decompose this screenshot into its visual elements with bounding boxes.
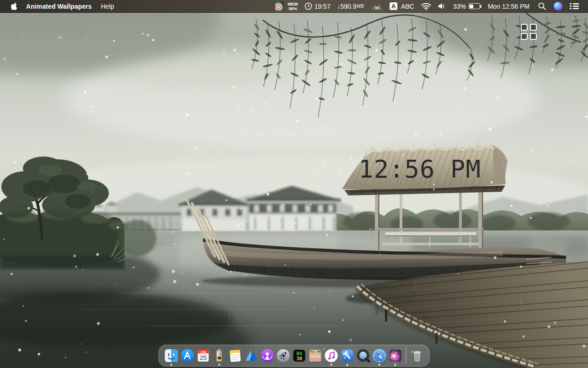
dock-battery-widget[interactable]	[211, 346, 227, 365]
clock-icon	[305, 2, 312, 10]
wifi-icon	[421, 3, 431, 10]
list-icon	[570, 3, 579, 10]
status-notification-center[interactable]	[570, 3, 579, 10]
siri-icon	[554, 2, 562, 11]
podcasts-icon	[259, 348, 275, 363]
rocket-icon	[275, 348, 291, 363]
battery-icon	[469, 3, 480, 9]
search-icon	[538, 2, 546, 10]
dock-trash[interactable]	[409, 346, 425, 365]
svg-text:25: 25	[199, 354, 206, 361]
svg-text:30: 30	[296, 356, 302, 361]
status-wifi[interactable]	[421, 3, 431, 10]
music-icon	[323, 348, 339, 363]
animated-wallpapers-menu-icon	[275, 2, 284, 11]
svg-text:Stickers: Stickers	[310, 354, 320, 357]
speaker-icon	[438, 3, 446, 10]
dock-date-widget[interactable]: 04 30	[291, 346, 307, 365]
dock-safari[interactable]	[371, 346, 387, 365]
dock-stickers[interactable]: Stickers	[307, 346, 323, 365]
running-indicator	[378, 364, 380, 366]
status-volume[interactable]	[438, 3, 446, 10]
running-indicator	[346, 364, 348, 366]
apple-menu[interactable]	[11, 2, 18, 10]
status-mountain[interactable]: M	[371, 2, 383, 11]
stickers-icon: Stickers	[307, 348, 323, 363]
running-indicator	[394, 364, 396, 366]
dock: JAN 25	[159, 345, 430, 367]
dock-animated-wallpapers[interactable]	[387, 346, 403, 365]
status-clock[interactable]: Mon 12:56 PM	[488, 3, 529, 10]
dock-finder[interactable]	[163, 346, 179, 365]
status-uptime[interactable]: 19:57	[305, 2, 330, 10]
wallpaper-scene	[0, 0, 588, 368]
grid-cell	[521, 24, 528, 31]
status-app-sparkle[interactable]	[275, 2, 284, 11]
dock-xcode[interactable]	[339, 346, 355, 365]
grid-cell	[530, 33, 537, 40]
svg-text:M: M	[375, 5, 379, 10]
active-app-menu[interactable]: Animated Wallpapers	[26, 3, 92, 10]
dock-app-store[interactable]	[179, 346, 195, 365]
xcode-icon	[339, 348, 355, 363]
dock-quicktime[interactable]	[355, 346, 371, 365]
svg-text:JAN: JAN	[200, 351, 206, 353]
date-widget-icon: 04 30	[291, 348, 307, 363]
finder-icon	[163, 348, 179, 363]
input-key-badge: A	[390, 2, 397, 10]
status-input-method[interactable]: A ABC	[390, 2, 414, 10]
status-memory[interactable]: MEM 36%	[288, 2, 298, 11]
dock-rocket-launcher[interactable]	[275, 346, 291, 365]
menu-help[interactable]: Help	[101, 3, 114, 10]
app-store-icon	[179, 348, 195, 363]
running-indicator	[218, 364, 220, 366]
dock-separator	[406, 347, 406, 364]
dock-podcasts[interactable]	[259, 346, 275, 365]
widgets-grid-button[interactable]	[521, 24, 537, 40]
grid-cell	[521, 33, 528, 40]
dock-notes[interactable]	[227, 346, 243, 365]
running-indicator	[330, 364, 332, 366]
dock-music[interactable]	[323, 346, 339, 365]
calendar-icon: JAN 25	[195, 348, 211, 363]
quicktime-icon	[355, 348, 371, 363]
status-battery[interactable]: 33%	[453, 3, 480, 10]
status-siri[interactable]	[554, 2, 562, 11]
status-spotlight[interactable]	[538, 2, 546, 10]
apple-logo-icon	[11, 2, 18, 10]
status-network[interactable]: ↓590.9MB	[337, 3, 364, 10]
dock-affinity-blue[interactable]	[243, 346, 259, 365]
wallpaper-clock: 12:56 PM	[358, 155, 481, 184]
mountain-icon: M	[371, 2, 383, 11]
battery-widget-icon	[211, 348, 227, 363]
desktop: Animated Wallpapers Help MEM 36% 19:57 ↓…	[0, 0, 588, 368]
menu-bar: Animated Wallpapers Help MEM 36% 19:57 ↓…	[0, 0, 588, 13]
running-indicator	[170, 364, 172, 366]
animated-wallpapers-icon	[387, 348, 403, 363]
blue-triangles-icon	[243, 348, 259, 363]
dock-calendar[interactable]: JAN 25	[195, 346, 211, 365]
safari-icon	[371, 348, 387, 363]
notes-icon	[227, 348, 243, 363]
grid-cell	[530, 24, 537, 31]
trash-icon	[409, 348, 425, 363]
